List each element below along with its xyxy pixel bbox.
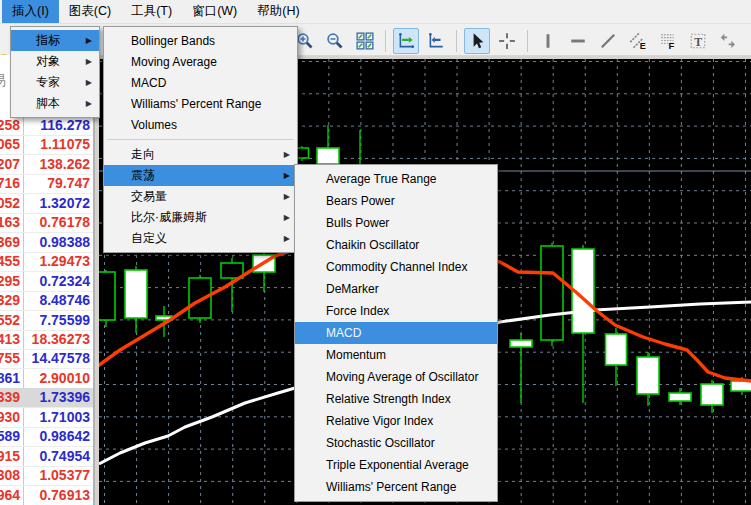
menu-item-relative-strength-index[interactable]: Relative Strength Index: [295, 388, 497, 410]
ask-value: 116.278: [40, 117, 90, 133]
bid-value: 8329: [0, 292, 20, 308]
ask-value: 8.48746: [39, 292, 90, 308]
market-watch-row[interactable]: 09301.71003: [0, 408, 93, 428]
menu-item-commodity-channel-index[interactable]: Commodity Channel Index: [295, 256, 497, 278]
candle-body: [731, 381, 751, 391]
market-watch-row[interactable]: 53081.05377: [0, 466, 93, 486]
horizontal-line-button[interactable]: [565, 28, 591, 54]
ask-value: 0.98642: [39, 428, 90, 444]
menu-item-volumes[interactable]: Volumes: [104, 114, 297, 135]
submenu-arrow-icon: ▶: [284, 150, 290, 159]
arrows-button[interactable]: [715, 28, 741, 54]
menu-item-macd[interactable]: MACD: [295, 322, 497, 344]
ask-value: 14.47578: [32, 350, 90, 366]
menu-item-moving-average[interactable]: Moving Average: [104, 51, 297, 72]
menu-item-stochastic-oscillator[interactable]: Stochastic Oscillator: [295, 432, 497, 454]
auto-scroll-button[interactable]: [423, 28, 449, 54]
menu-item-bollinger-bands[interactable]: Bollinger Bands: [104, 30, 297, 51]
menubar-item-window[interactable]: 窗口(W): [182, 0, 247, 23]
menubar-item-help[interactable]: 帮助(H): [247, 0, 309, 23]
market-watch-row[interactable]: 94551.29473: [0, 252, 93, 272]
trendline-button[interactable]: [595, 28, 621, 54]
market-watch-row[interactable]: 575514.47578: [0, 349, 93, 369]
cursor-icon: [468, 32, 486, 50]
chart-shift-icon: [397, 32, 415, 50]
menu-item-脚本[interactable]: 脚本▶: [11, 93, 99, 114]
menu-item-force-index[interactable]: Force Index: [295, 300, 497, 322]
market-watch-row[interactable]: 59640.76913: [0, 486, 93, 505]
market-watch-row[interactable]: 83391.73396: [0, 388, 93, 408]
market-watch-row[interactable]: 541318.36273: [0, 330, 93, 350]
menu-item-对象[interactable]: 对象▶: [11, 51, 99, 72]
menu-item-williams-percent-range[interactable]: Williams' Percent Range: [104, 93, 297, 114]
bid-value: 5163: [0, 214, 20, 230]
market-watch-row[interactable]: 22950.72324: [0, 272, 93, 292]
menu-item-震荡[interactable]: 震荡▶: [104, 165, 297, 186]
menu-item-label: Average True Range: [295, 172, 437, 186]
menu-item-label: Stochastic Oscillator: [295, 436, 435, 450]
vertical-line-button[interactable]: [535, 28, 561, 54]
candle-body: [317, 148, 339, 164]
fibonacci-button[interactable]: F: [655, 28, 681, 54]
menu-item-chaikin-oscillator[interactable]: Chaikin Oscillator: [295, 234, 497, 256]
menu-item-moving-average-of-oscillator[interactable]: Moving Average of Oscillator: [295, 366, 497, 388]
menu-item-momentum[interactable]: Momentum: [295, 344, 497, 366]
menu-separator: [104, 135, 297, 144]
menubar-item-charts[interactable]: 图表(C): [59, 0, 121, 23]
menubar-item-tools[interactable]: 工具(T): [121, 0, 182, 23]
menu-item-指标[interactable]: 指标▶: [11, 30, 99, 51]
submenu-arrow-icon: ▶: [284, 192, 290, 201]
menu-item-自定义[interactable]: 自定义▶: [104, 228, 297, 249]
menu-item-走向[interactable]: 走向▶: [104, 144, 297, 165]
menu-item-bears-power[interactable]: Bears Power: [295, 190, 497, 212]
bid-value: 9455: [0, 253, 20, 269]
crosshair-button[interactable]: [494, 28, 520, 54]
menu-item-average-true-range[interactable]: Average True Range: [295, 168, 497, 190]
horizontal-line-icon: [569, 32, 587, 50]
menu-item-比尔-威廉姆斯[interactable]: 比尔·威廉姆斯▶: [104, 207, 297, 228]
bid-value: 2295: [0, 273, 20, 289]
menu-item-label: MACD: [295, 326, 361, 340]
market-watch-row[interactable]: 55527.75599: [0, 311, 93, 331]
text-button[interactable]: T: [685, 28, 711, 54]
market-watch-row[interactable]: 98612.90010: [0, 369, 93, 389]
market-watch-row[interactable]: 83298.48746: [0, 291, 93, 311]
market-watch-row[interactable]: 49150.74954: [0, 447, 93, 467]
menu-item-label: 脚本: [11, 95, 60, 112]
menu-item-label: MACD: [104, 76, 166, 90]
bid-value: 9861: [0, 370, 20, 386]
market-watch-row[interactable]: 85890.98642: [0, 427, 93, 447]
market-watch-row[interactable]: 6.258116.278: [0, 116, 93, 136]
bid-value: 5552: [0, 312, 20, 328]
menu-item-专家[interactable]: 专家▶: [11, 72, 99, 93]
menu-item-triple-exponential-average[interactable]: Triple Exponential Average: [295, 454, 497, 476]
equidistant-channel-button[interactable]: E: [625, 28, 651, 54]
market-watch-row[interactable]: 83690.98388: [0, 233, 93, 253]
candle-body: [125, 270, 147, 318]
ask-value: 1.29473: [39, 253, 90, 269]
market-watch-row[interactable]: 51630.76178: [0, 213, 93, 233]
market-watch-row[interactable]: 8.207138.262: [0, 155, 93, 175]
ask-value: 2.90010: [39, 370, 90, 386]
market-watch-row[interactable]: 9.71679.747: [0, 174, 93, 194]
menu-item-label: Bulls Power: [295, 216, 389, 230]
application-window: 插入(I) 图表(C) 工具(T) 窗口(W) 帮助(H) EFT 易 6.25…: [0, 0, 751, 505]
menubar-item-insert[interactable]: 插入(I): [2, 0, 59, 23]
menu-item-label: Force Index: [295, 304, 389, 318]
cursor-button[interactable]: [464, 28, 490, 54]
menu-item-bulls-power[interactable]: Bulls Power: [295, 212, 497, 234]
menu-item-交易量[interactable]: 交易量▶: [104, 186, 297, 207]
menu-item-demarker[interactable]: DeMarker: [295, 278, 497, 300]
menu-item-label: Relative Strength Index: [295, 392, 451, 406]
chart-shift-button[interactable]: [393, 28, 419, 54]
menu-item-williams-percent-range[interactable]: Williams' Percent Range: [295, 476, 497, 498]
menu-item-relative-vigor-index[interactable]: Relative Vigor Index: [295, 410, 497, 432]
market-watch-row[interactable]: 20521.32072: [0, 194, 93, 214]
tile-windows-button[interactable]: [352, 28, 378, 54]
zoom-out-button[interactable]: [322, 28, 348, 54]
submenu-arrow-icon: ▶: [284, 213, 290, 222]
svg-text:T: T: [694, 34, 702, 48]
market-watch-row[interactable]: 10651.11075: [0, 135, 93, 155]
menu-item-macd[interactable]: MACD: [104, 72, 297, 93]
auto-scroll-icon: [427, 32, 445, 50]
